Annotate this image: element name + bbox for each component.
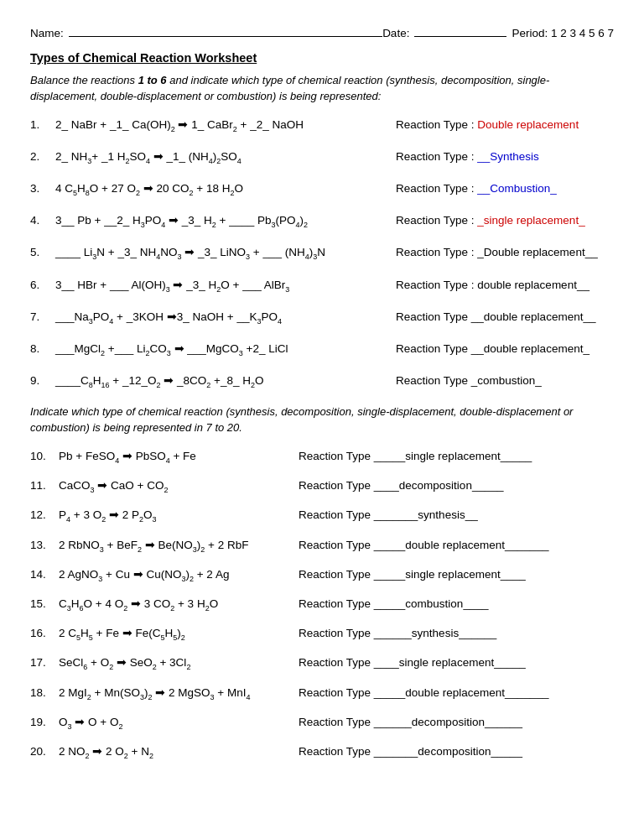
reaction-type-7: Reaction Type __double replacement__ [396, 310, 614, 323]
reaction-eq-2: 2_ NH3+ _1 H2SO4 ➡ _1_ (NH4)2SO4 [55, 149, 389, 167]
name-line: Name: [30, 23, 382, 39]
reaction-type-19: Reaction Type ______decomposition______ [299, 716, 614, 728]
reaction-row-11: 11. CaCO3 ➡ CaO + CO2 Reaction Type ____… [30, 477, 614, 496]
reaction-row-6: 6. 3__ HBr + ___ Al(OH)3 ➡ _3_ H2O + ___… [30, 277, 614, 295]
intro-text: Balance the reactions 1 to 6 and indicat… [30, 73, 614, 105]
reaction-eq-5: ____ Li3N + _3_ NH4NO3 ➡ _3_ LiNO3 + ___… [55, 244, 389, 263]
reaction-eq-17: SeCl6 + O2 ➡ SeO2 + 3Cl2 [59, 654, 293, 673]
reaction-num-7: 7. [30, 310, 49, 323]
reaction-type-5: Reaction Type : _Double replacement__ [396, 246, 614, 258]
reaction-eq-11: CaCO3 ➡ CaO + CO2 [59, 477, 293, 496]
reaction-type-3: Reaction Type : __Combustion_ [396, 182, 614, 195]
reaction-type-14: Reaction Type _____single replacement___… [299, 568, 614, 581]
date-period: Date: Period: 1 2 3 4 5 6 7 [382, 23, 614, 39]
reaction-num-15: 15. [30, 597, 54, 610]
reaction-row-16: 16. 2 C5H5 + Fe ➡ Fe(C5H5)2 Reaction Typ… [30, 625, 614, 644]
reaction-num-13: 13. [30, 539, 54, 551]
reaction-row-15: 15. C3H6O + 4 O2 ➡ 3 CO2 + 3 H2O Reactio… [30, 596, 614, 614]
reaction-num-1: 1. [30, 118, 49, 131]
reaction-num-17: 17. [30, 656, 54, 669]
reaction-num-9: 9. [30, 374, 49, 387]
reaction-row-18: 18. 2 MgI2 + Mn(SO3)2 ➡ 2 MgSO3 + MnI4 R… [30, 685, 614, 703]
reactions-section-2: 10. Pb + FeSO4 ➡ PbSO4 + Fe Reaction Typ… [30, 448, 614, 762]
reaction-num-18: 18. [30, 686, 54, 699]
reaction-type-20: Reaction Type _______decomposition_____ [299, 745, 614, 758]
reaction-num-16: 16. [30, 627, 54, 639]
reaction-row-4: 4. 3__ Pb + __2_ H3PO4 ➡ _3_ H2 + ____ P… [30, 212, 614, 231]
reaction-answer-4: _single replacement_ [477, 214, 584, 227]
reaction-type-15: Reaction Type _____combustion____ [299, 597, 614, 610]
reaction-eq-10: Pb + FeSO4 ➡ PbSO4 + Fe [59, 448, 293, 467]
reaction-eq-1: 2_ NaBr + _1_ Ca(OH)2 ➡ 1_ CaBr2 + _2_ N… [55, 117, 389, 135]
section2-intro: Indicate which type of chemical reaction… [30, 404, 614, 436]
date-field[interactable] [414, 23, 506, 37]
worksheet-title: Types of Chemical Reaction Worksheet [30, 51, 614, 65]
reaction-row-1: 1. 2_ NaBr + _1_ Ca(OH)2 ➡ 1_ CaBr2 + _2… [30, 117, 614, 135]
reaction-row-7: 7. ___Na3PO4 + _3KOH ➡3_ NaOH + __K3PO4 … [30, 309, 614, 327]
name-field[interactable] [69, 23, 382, 37]
reaction-num-8: 8. [30, 342, 49, 355]
reaction-type-6: Reaction Type : double replacement__ [396, 279, 614, 291]
reaction-type-13: Reaction Type _____double replacement___… [299, 539, 614, 551]
period-label: Period: 1 2 3 4 5 6 7 [512, 27, 614, 39]
reaction-answer-1: Double replacement [477, 118, 579, 131]
reaction-row-20: 20. 2 NO2 ➡ 2 O2 + N2 Reaction Type ____… [30, 743, 614, 762]
reaction-eq-4: 3__ Pb + __2_ H3PO4 ➡ _3_ H2 + ____ Pb3(… [55, 212, 389, 231]
reaction-num-6: 6. [30, 279, 49, 291]
reaction-eq-7: ___Na3PO4 + _3KOH ➡3_ NaOH + __K3PO4 [55, 309, 389, 327]
reaction-eq-15: C3H6O + 4 O2 ➡ 3 CO2 + 3 H2O [59, 596, 293, 614]
reaction-num-4: 4. [30, 214, 49, 227]
reaction-type-11: Reaction Type ____decomposition_____ [299, 479, 614, 492]
reaction-eq-13: 2 RbNO3 + BeF2 ➡ Be(NO3)2 + 2 RbF [59, 537, 293, 555]
reaction-eq-3: 4 C5H8O + 27 O2 ➡ 20 CO2 + 18 H2O [55, 180, 389, 199]
reaction-type-9: Reaction Type _combustion_ [396, 374, 614, 387]
reaction-eq-9: ____C8H16 + _12_O2 ➡ _8CO2 +_8_ H2O [55, 373, 389, 391]
reaction-row-8: 8. ___MgCl2 +___ Li2CO3 ➡ ___MgCO3 +2_ L… [30, 341, 614, 359]
reaction-type-12: Reaction Type _______synthesis__ [299, 508, 614, 521]
reaction-eq-6: 3__ HBr + ___ Al(OH)3 ➡ _3_ H2O + ___ Al… [55, 277, 389, 295]
reaction-eq-19: O3 ➡ O + O2 [59, 714, 293, 732]
date-label: Date: [382, 27, 409, 39]
reaction-num-12: 12. [30, 508, 54, 521]
reaction-type-16: Reaction Type ______synthesis______ [299, 627, 614, 639]
reaction-type-2: Reaction Type : __Synthesis [396, 150, 614, 163]
reaction-num-10: 10. [30, 450, 54, 462]
reactions-section-1: 1. 2_ NaBr + _1_ Ca(OH)2 ➡ 1_ CaBr2 + _2… [30, 117, 614, 392]
header: Name: Date: Period: 1 2 3 4 5 6 7 [30, 23, 614, 39]
reaction-row-5: 5. ____ Li3N + _3_ NH4NO3 ➡ _3_ LiNO3 + … [30, 244, 614, 263]
reaction-answer-3: __Combustion_ [477, 182, 557, 195]
reaction-eq-20: 2 NO2 ➡ 2 O2 + N2 [59, 743, 293, 762]
reaction-num-14: 14. [30, 568, 54, 581]
reaction-row-19: 19. O3 ➡ O + O2 Reaction Type ______deco… [30, 714, 614, 732]
reaction-type-1: Reaction Type : Double replacement [396, 118, 614, 131]
reaction-type-10: Reaction Type _____single replacement___… [299, 450, 614, 462]
reaction-type-18: Reaction Type _____double replacement___… [299, 686, 614, 699]
reaction-eq-12: P4 + 3 O2 ➡ 2 P2O3 [59, 507, 293, 525]
reaction-num-3: 3. [30, 182, 49, 195]
reaction-row-10: 10. Pb + FeSO4 ➡ PbSO4 + Fe Reaction Typ… [30, 448, 614, 467]
reaction-eq-8: ___MgCl2 +___ Li2CO3 ➡ ___MgCO3 +2_ LiCl [55, 341, 389, 359]
reaction-answer-2: __Synthesis [477, 150, 539, 163]
reaction-num-5: 5. [30, 246, 49, 258]
reaction-row-13: 13. 2 RbNO3 + BeF2 ➡ Be(NO3)2 + 2 RbF Re… [30, 537, 614, 555]
reaction-row-3: 3. 4 C5H8O + 27 O2 ➡ 20 CO2 + 18 H2O Rea… [30, 180, 614, 199]
reaction-eq-18: 2 MgI2 + Mn(SO3)2 ➡ 2 MgSO3 + MnI4 [59, 685, 293, 703]
reaction-eq-14: 2 AgNO3 + Cu ➡ Cu(NO3)2 + 2 Ag [59, 566, 293, 585]
reaction-row-14: 14. 2 AgNO3 + Cu ➡ Cu(NO3)2 + 2 Ag React… [30, 566, 614, 585]
reaction-type-8: Reaction Type __double replacement_ [396, 342, 614, 355]
reaction-type-4: Reaction Type : _single replacement_ [396, 214, 614, 227]
reaction-type-17: Reaction Type ____single replacement____… [299, 656, 614, 669]
reaction-row-2: 2. 2_ NH3+ _1 H2SO4 ➡ _1_ (NH4)2SO4 Reac… [30, 149, 614, 167]
reaction-num-19: 19. [30, 716, 54, 728]
reaction-row-9: 9. ____C8H16 + _12_O2 ➡ _8CO2 +_8_ H2O R… [30, 373, 614, 391]
reaction-row-17: 17. SeCl6 + O2 ➡ SeO2 + 3Cl2 Reaction Ty… [30, 654, 614, 673]
name-label: Name: [30, 27, 64, 39]
reaction-num-20: 20. [30, 745, 54, 758]
reaction-num-2: 2. [30, 150, 49, 163]
reaction-eq-16: 2 C5H5 + Fe ➡ Fe(C5H5)2 [59, 625, 293, 644]
reaction-row-12: 12. P4 + 3 O2 ➡ 2 P2O3 Reaction Type ___… [30, 507, 614, 525]
reaction-num-11: 11. [30, 479, 54, 492]
